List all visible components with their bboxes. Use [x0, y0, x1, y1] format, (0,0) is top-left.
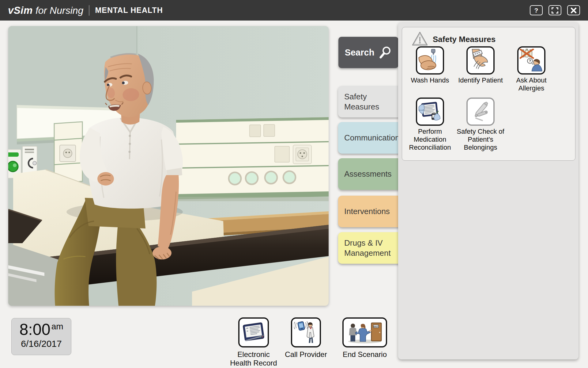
call-provider-button[interactable] — [291, 317, 321, 347]
action-label: Ask About Allergies — [505, 76, 557, 92]
time-value: 8:00 — [19, 320, 50, 338]
close-button[interactable] — [567, 5, 580, 15]
safety-measures-panel: Safety Measures Wash Hands — [402, 27, 575, 161]
sim-date: 6/16/2017 — [12, 339, 71, 349]
meridiem: am — [51, 322, 63, 331]
brand-vsim: vSim — [8, 5, 33, 16]
vsim-app: vSim for Nursing MENTAL HEALTH ? — [0, 0, 588, 368]
search-label: Search — [345, 48, 375, 58]
tab-drugs-iv-management[interactable]: Drugs & IV Management — [338, 232, 404, 264]
close-icon — [571, 7, 577, 13]
magnifier-icon — [379, 46, 392, 59]
tab-label: Safety Measures — [344, 92, 391, 112]
tab-safety-measures[interactable]: Safety Measures — [338, 86, 404, 117]
phone-doctor-icon — [294, 320, 318, 344]
question-icon: ? — [534, 7, 538, 14]
brand-for-nursing: for Nursing — [36, 5, 84, 16]
tab-communication[interactable]: Communication — [338, 122, 404, 154]
tab-label: Drugs & IV Management — [344, 238, 391, 258]
action-label: Identify Patient — [454, 76, 507, 84]
action-panel: Safety Measures Wash Hands — [398, 22, 579, 359]
search-button[interactable]: Search — [338, 37, 398, 68]
svg-text:EXIT: EXIT — [374, 325, 379, 328]
ask-about-allergies-button[interactable]: ? — [517, 46, 545, 75]
app-brand: vSim for Nursing MENTAL HEALTH — [8, 5, 163, 16]
window-buttons: ? — [530, 5, 580, 15]
sim-clock: 8:00am 6/16/2017 — [11, 318, 71, 355]
panel-title: Safety Measures — [433, 35, 496, 44]
belongings-check-button[interactable] — [466, 98, 495, 126]
brand-divider — [89, 5, 89, 16]
wash-hands-button[interactable] — [416, 46, 444, 75]
call-provider-label: Call Provider — [280, 350, 332, 359]
ehr-label: Electronic Health Record — [228, 350, 280, 367]
title-bar: vSim for Nursing MENTAL HEALTH ? — [0, 0, 588, 21]
expand-arrows-icon — [551, 7, 559, 14]
ehr-button[interactable] — [238, 317, 269, 347]
ask-about-allergies-icon: ? — [520, 49, 543, 72]
identify-patient-button[interactable] — [466, 46, 495, 75]
action-label: Wash Hands — [404, 76, 456, 84]
tab-label: Interventions — [344, 206, 390, 217]
tab-label: Assessments — [344, 169, 392, 179]
headwall-unit — [176, 117, 329, 201]
medication-reconciliation-icon — [418, 100, 442, 123]
tab-label: Communication — [344, 133, 400, 143]
tab-assessments[interactable]: Assessments — [338, 158, 404, 190]
tab-interventions[interactable]: Interventions — [338, 196, 404, 227]
svg-text:?: ? — [529, 59, 531, 63]
end-scenario-label: End Scenario — [337, 350, 392, 359]
medication-reconciliation-button[interactable] — [416, 98, 444, 126]
nail-clippers-icon — [469, 100, 492, 123]
exit-door-icon: EXIT — [346, 320, 384, 344]
action-label: Perform Medication Reconciliation — [404, 128, 456, 151]
patient-room-view — [8, 26, 329, 306]
fullscreen-button[interactable] — [548, 5, 561, 15]
wash-hands-icon — [418, 49, 442, 72]
action-label: Safety Check of Patient's Belongings — [454, 128, 507, 151]
module-title: MENTAL HEALTH — [95, 6, 163, 15]
identify-patient-icon — [469, 49, 492, 72]
warning-triangle-icon — [411, 31, 428, 48]
sim-time: 8:00am — [12, 321, 71, 337]
ehr-tablet-icon — [242, 320, 266, 344]
help-button[interactable]: ? — [530, 5, 543, 15]
end-scenario-button[interactable]: EXIT — [342, 317, 387, 347]
